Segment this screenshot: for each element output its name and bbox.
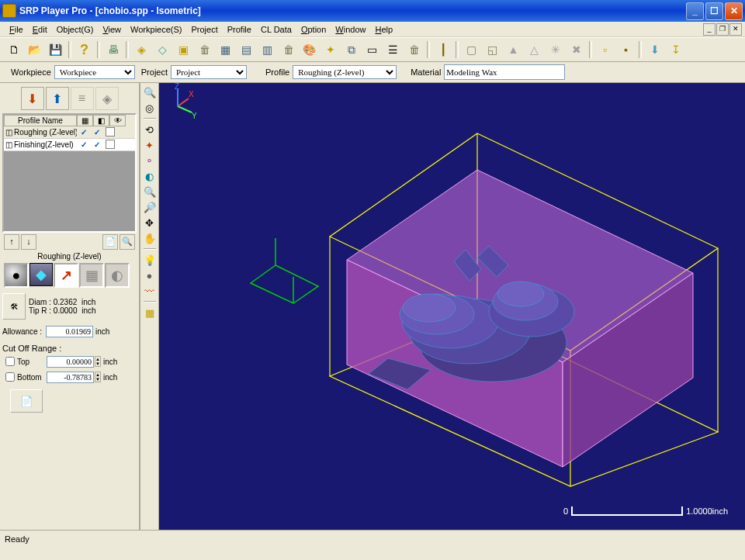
tb-drill[interactable]: ┃ — [433, 40, 452, 59]
project-select[interactable]: Project — [171, 65, 247, 79]
rail-atom[interactable]: ⚬ — [143, 154, 157, 168]
tb-t1[interactable]: ▲ — [504, 40, 523, 59]
rail-move[interactable]: ✥ — [143, 216, 157, 230]
mdi-restore-button[interactable]: ❐ — [716, 23, 729, 36]
tb-copy[interactable]: ⧉ — [341, 40, 361, 59]
menu-option[interactable]: Option — [296, 24, 331, 35]
titlebar: SRP Player Pro - [chobio.spp - Isometric… — [0, 0, 745, 22]
mdi-minimize-button[interactable]: _ — [703, 23, 716, 36]
col-icon1[interactable]: ▦ — [77, 115, 93, 126]
profile-select[interactable]: Roughing (Z-level) — [293, 65, 397, 79]
close-button[interactable]: ✕ — [725, 2, 743, 20]
tb-t2[interactable]: △ — [525, 40, 544, 59]
rail-rotate[interactable]: ⟲ — [143, 123, 157, 137]
rail-contrast[interactable]: ◐ — [143, 169, 157, 183]
tb-sel[interactable]: ◱ — [483, 40, 502, 59]
lp-arrows: ↑ ↓ 📄 🔍 — [2, 233, 137, 251]
props-button[interactable]: 📄 — [102, 234, 118, 250]
tb-cube2[interactable]: ◇ — [153, 40, 172, 59]
zoom-button[interactable]: 🔍 — [120, 234, 135, 250]
menu-edit[interactable]: Edit — [28, 24, 52, 35]
tb-x[interactable]: ✖ — [567, 40, 586, 59]
top-spinner[interactable]: ▲▼ — [95, 356, 101, 367]
bottom-input[interactable] — [47, 372, 94, 383]
lp-btn4[interactable]: ◈ — [95, 87, 119, 110]
menu-object[interactable]: Object(G) — [52, 24, 99, 35]
top-checkbox[interactable] — [5, 357, 15, 366]
profile-row-0[interactable]: ◫Roughing (Z-level) ✓ ✓ — [4, 126, 135, 139]
rail-spark[interactable]: ✦ — [143, 138, 157, 152]
top-input[interactable] — [47, 356, 94, 368]
rail-light[interactable]: 💡 — [143, 253, 157, 267]
rail-wave[interactable]: 〰 — [143, 284, 157, 298]
rail-grid[interactable]: ▦ — [143, 306, 157, 320]
rail-zoom-in[interactable]: 🔍 — [143, 185, 157, 199]
tb-cube1[interactable]: ◈ — [132, 40, 151, 59]
menu-profile[interactable]: Profile — [223, 24, 256, 35]
preset-contrast[interactable]: ◐ — [105, 263, 130, 288]
print-button[interactable]: 🖶 — [103, 40, 123, 59]
lp-toolbar: ⬇ ⬆ ≡ ◈ — [2, 85, 137, 113]
material-label: Material — [411, 67, 441, 77]
lp-btn3[interactable]: ≡ — [71, 87, 94, 110]
tb-trash3[interactable]: 🗑 — [404, 40, 424, 59]
app-icon — [2, 4, 16, 18]
apply-button[interactable]: 📄 — [10, 389, 43, 413]
move-up-button[interactable]: ↑ — [4, 234, 19, 250]
preset-grid[interactable]: ▦ — [79, 263, 104, 288]
preset-sphere[interactable]: ● — [4, 263, 29, 288]
tb-win3[interactable]: ▥ — [258, 40, 277, 59]
tb-sq1[interactable]: ▫ — [595, 40, 615, 59]
tb-download[interactable]: ⬇ — [645, 40, 664, 59]
menu-workpiece[interactable]: Workpiece(S) — [126, 24, 186, 35]
lp-btn1[interactable]: ⬇ — [21, 87, 44, 110]
tb-trash1[interactable]: 🗑 — [195, 40, 214, 59]
move-down-button[interactable]: ↓ — [21, 234, 36, 250]
tb-cube3[interactable]: ▣ — [174, 40, 193, 59]
tb-trash2[interactable]: 🗑 — [279, 40, 298, 59]
preset-row: ● ◆ ↗ ▦ ◐ — [2, 263, 137, 291]
tb-page[interactable]: ▭ — [362, 40, 382, 59]
rail-hand[interactable]: ✋ — [143, 231, 157, 245]
tb-box[interactable]: ▢ — [462, 40, 481, 59]
lp-btn2[interactable]: ⬆ — [46, 87, 69, 110]
help-button[interactable]: ? — [74, 40, 94, 59]
tool-icon[interactable]: 🛠 — [2, 293, 26, 320]
tb-palette[interactable]: 🎨 — [300, 40, 319, 59]
preset-arrow[interactable]: ↗ — [54, 263, 78, 288]
menu-cldata[interactable]: CL Data — [256, 24, 296, 35]
rail-zoom-out[interactable]: 🔎 — [143, 200, 157, 214]
tb-gear[interactable]: ✳ — [546, 40, 565, 59]
allowance-input[interactable] — [46, 326, 93, 337]
mdi-close-button[interactable]: ✕ — [729, 23, 742, 36]
tb-win1[interactable]: ▦ — [216, 40, 235, 59]
maximize-button[interactable]: ☐ — [705, 2, 723, 20]
viewport[interactable]: Z X Y 0 1.0000inch — [159, 83, 745, 530]
rail-sphere[interactable]: ● — [143, 268, 157, 282]
bottom-checkbox[interactable] — [5, 372, 15, 382]
menu-file[interactable]: File — [5, 24, 28, 35]
tb-sq2[interactable]: ▪ — [616, 40, 636, 59]
bottom-spinner[interactable]: ▲▼ — [95, 372, 101, 382]
tb-star[interactable]: ✦ — [321, 40, 340, 59]
workpiece-select[interactable]: Workpiece — [54, 65, 135, 79]
col-icon2[interactable]: ◧ — [93, 115, 109, 126]
menu-project[interactable]: Project — [187, 24, 223, 35]
new-button[interactable]: 🗋 — [4, 40, 23, 59]
preset-cube[interactable]: ◆ — [29, 263, 53, 286]
rail-target[interactable]: ◎ — [143, 101, 157, 115]
menu-view[interactable]: View — [98, 24, 126, 35]
rail-zoom-fit[interactable]: 🔍 — [143, 85, 157, 99]
open-button[interactable]: 📂 — [25, 40, 44, 59]
menu-help[interactable]: Help — [370, 24, 397, 35]
menu-window[interactable]: Window — [331, 24, 370, 35]
minimize-button[interactable]: _ — [686, 2, 704, 20]
tb-win2[interactable]: ▤ — [237, 40, 256, 59]
statusbar: Ready — [0, 530, 745, 548]
save-button[interactable]: 💾 — [46, 40, 65, 59]
profile-row-1[interactable]: ◫Finishing(Z-level) ✓ ✓ — [4, 139, 135, 151]
tb-upload[interactable]: ↧ — [666, 40, 685, 59]
col-icon3[interactable]: 👁 — [109, 115, 126, 126]
tb-layers[interactable]: ☰ — [383, 40, 403, 59]
viewport-canvas — [159, 83, 745, 530]
